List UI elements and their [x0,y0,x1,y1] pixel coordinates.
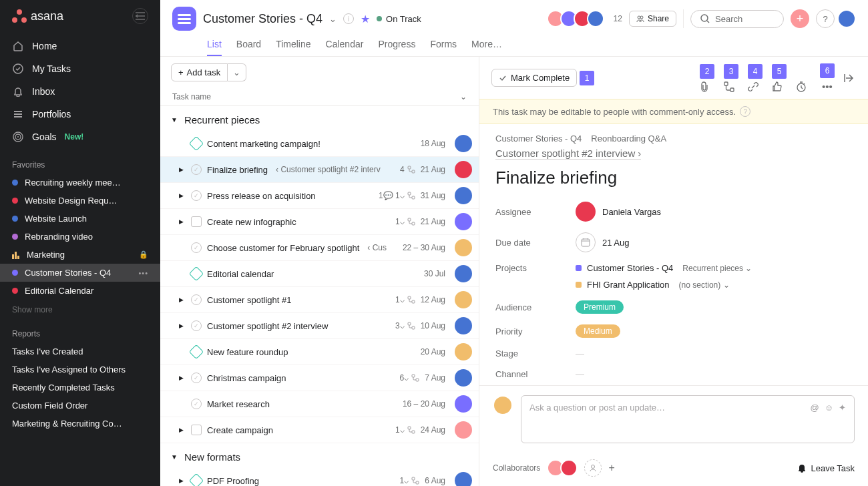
complete-checkbox[interactable]: ✓ [191,242,202,253]
tab-board[interactable]: Board [236,33,261,56]
priority-pill[interactable]: Medium [576,324,620,338]
assignee-avatar[interactable] [455,135,472,152]
complete-checkbox[interactable]: ✓ [191,399,202,409]
more-actions-icon[interactable]: ••• [820,81,835,92]
info-icon[interactable]: ? [740,106,750,117]
milestone-icon[interactable] [189,136,204,152]
project-section-select[interactable]: Recurrent pieces ⌄ [682,264,752,273]
expand-subtasks-icon[interactable]: ▶ [179,322,186,329]
task-row[interactable]: ▶✓Customer spotlight #11⌵ 12 Aug [160,287,479,313]
sidebar-report-link[interactable]: Tasks I've Created [0,342,160,360]
parent-task-link[interactable]: Customer spotlight #2 interview› [495,148,641,160]
sidebar-nav-portfolios[interactable]: Portfolios [0,103,160,126]
sidebar-nav-inbox[interactable]: Inbox [0,80,160,103]
project-chip[interactable]: Customer Stories - Q4Recurrent pieces ⌄ [576,263,752,273]
breadcrumb-item[interactable]: Reonboarding Q&A [591,134,666,144]
show-more-link[interactable]: Show more [0,300,160,320]
complete-checkbox[interactable]: ✓ [191,373,202,383]
sidebar-favorite-item[interactable]: Customer Stories - Q4••• [0,264,160,282]
task-row[interactable]: ▶Create campaign1⌵ 24 Aug [160,417,479,443]
like-icon[interactable] [772,81,787,92]
breadcrumb-item[interactable]: Customer Stories - Q4 [495,134,582,144]
project-title[interactable]: Customer Stories - Q4 [203,12,322,26]
chevron-down-icon[interactable]: ⌄ [329,14,337,24]
task-row[interactable]: ▶PDF Proofing1⌵ 6 Aug [160,468,479,486]
assignee-avatar[interactable] [455,213,472,230]
help-button[interactable]: ? [816,9,835,28]
task-title[interactable]: Finalize briefing [495,168,852,188]
sidebar-favorite-item[interactable]: Website Launch [0,210,160,228]
assignee-avatar[interactable] [455,291,472,308]
add-collaborator-button[interactable]: + [608,462,614,474]
assignee-avatar[interactable] [455,161,472,178]
sidebar-favorite-item[interactable]: Website Design Requ… [0,192,160,210]
expand-subtasks-icon[interactable]: ▶ [179,218,186,225]
assignee-avatar[interactable] [455,187,472,204]
mention-icon[interactable]: @ [811,403,819,413]
tab-progress[interactable]: Progress [378,33,415,56]
assignee-avatar[interactable] [455,472,472,486]
assignee-avatar[interactable] [455,343,472,360]
comment-input[interactable]: Ask a question or post an update… @ ☺ ✦ [521,395,855,443]
sidebar-favorite-item[interactable]: Rebranding video [0,228,160,246]
add-task-dropdown[interactable]: ⌄ [228,63,246,81]
tab-calendar[interactable]: Calendar [326,33,364,56]
due-date-value[interactable]: 21 Aug [576,232,630,252]
search-input[interactable]: Search [690,10,784,28]
mark-complete-button[interactable]: Mark Complete [491,69,577,87]
collapse-section-icon[interactable]: ▼ [171,116,178,124]
channel-value[interactable]: — [576,369,584,379]
add-collaborator-placeholder[interactable] [584,459,602,477]
assignee-avatar[interactable] [455,369,472,387]
member-avatars[interactable] [547,10,604,27]
project-icon[interactable] [172,7,196,31]
project-section-select[interactable]: (no section) ⌄ [679,280,730,290]
task-row[interactable]: ▶✓Press release on acquisition1💬 1⌵ 31 A… [160,183,479,209]
complete-checkbox[interactable]: ✓ [191,320,202,331]
task-row[interactable]: ▶✓Market research16 – 20 Aug [160,391,479,417]
assignee-avatar[interactable] [455,421,472,439]
member-avatar[interactable] [587,10,604,27]
expand-subtasks-icon[interactable]: ▶ [179,166,186,173]
audience-pill[interactable]: Premium [576,300,624,314]
expand-subtasks-icon[interactable]: ▶ [179,296,186,303]
star-rating-icon[interactable]: ✦ [839,403,846,413]
share-button[interactable]: Share [629,11,676,27]
task-row[interactable]: ▶Create new infographic1⌵ 21 Aug [160,209,479,235]
global-add-button[interactable]: + [791,9,809,28]
sidebar-favorite-item[interactable]: Marketing🔒 [0,246,160,264]
link-icon[interactable] [748,81,763,92]
collapse-section-icon[interactable]: ▼ [171,453,178,461]
info-icon[interactable]: i [343,13,354,24]
complete-checkbox[interactable]: ✓ [191,294,202,305]
sidebar-report-link[interactable]: Marketing & Recruiting Co… [0,415,160,433]
expand-subtasks-icon[interactable]: ▶ [179,375,186,381]
tab-list[interactable]: List [207,33,222,56]
sidebar-report-link[interactable]: Custom Field Order [0,397,160,415]
assignee-avatar[interactable] [455,239,472,256]
profile-avatar[interactable] [837,9,856,28]
expand-subtasks-icon[interactable]: ▶ [179,192,186,199]
complete-checkbox[interactable]: ✓ [191,164,202,175]
task-row[interactable]: ▶✓Christmas campaign6⌵ 7 Aug [160,365,479,391]
assignee-avatar[interactable] [455,395,472,413]
section-header[interactable]: ▼Recurrent pieces [160,106,479,131]
tab-timeline[interactable]: Timeline [276,33,310,56]
complete-checkbox[interactable]: ✓ [191,190,202,201]
task-row[interactable]: ▶✓Finalize briefing‹ Customer spotlight … [160,157,479,183]
tab-more[interactable]: More… [471,33,502,56]
timer-icon[interactable] [796,81,811,92]
expand-subtasks-icon[interactable]: ▶ [179,477,186,484]
milestone-icon[interactable] [189,344,204,360]
task-row[interactable]: ▶Editorial calendar30 Jul [160,261,479,287]
task-row[interactable]: ▶✓Customer spotlight #2 interview3⌵ 10 A… [160,313,479,339]
calendar-task-icon[interactable] [191,425,202,435]
task-row[interactable]: ▶New feature roundup20 Aug [160,339,479,365]
logo[interactable]: asana [12,9,63,23]
attachment-icon[interactable] [700,81,714,92]
subtask-icon[interactable] [724,81,738,92]
sidebar-report-link[interactable]: Recently Completed Tasks [0,379,160,397]
expand-subtasks-icon[interactable]: ▶ [179,427,186,433]
stage-value[interactable]: — [576,348,584,358]
star-icon[interactable]: ★ [361,13,370,25]
